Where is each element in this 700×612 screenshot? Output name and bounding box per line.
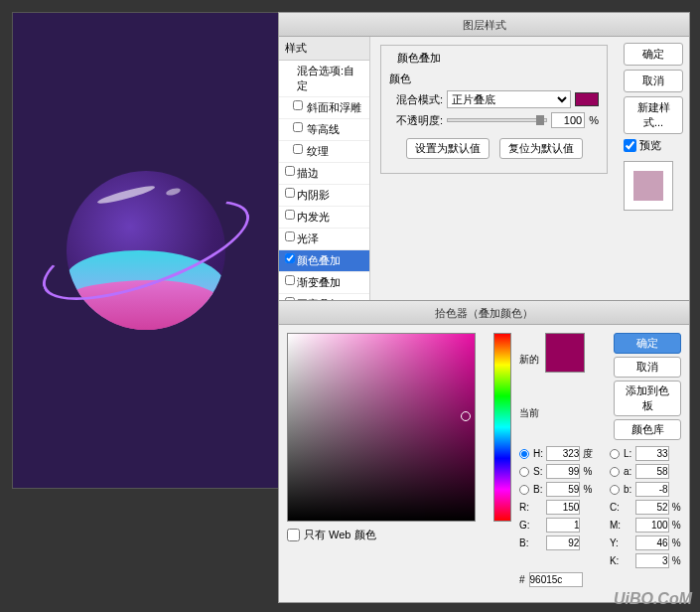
input-s[interactable] (546, 464, 580, 479)
planet-artwork (57, 161, 235, 340)
label-texture: 纹理 (307, 145, 329, 157)
input-a[interactable] (635, 464, 669, 479)
radio-l[interactable] (610, 449, 620, 459)
input-l[interactable] (635, 446, 669, 461)
blend-mode-select[interactable]: 正片叠底 (447, 90, 571, 108)
style-content-panel: 颜色叠加 颜色 混合模式: 正片叠底 不透明度: % 设置为默认值 复位为默认值 (370, 37, 618, 317)
style-item-color-overlay[interactable]: 颜色叠加 (279, 250, 369, 272)
input-b[interactable] (635, 482, 669, 497)
checkbox-gradient-overlay[interactable] (285, 275, 295, 285)
opacity-slider[interactable] (447, 118, 547, 122)
input-r[interactable] (546, 500, 580, 515)
web-only-checkbox[interactable] (287, 529, 300, 541)
overlay-color-swatch[interactable] (575, 92, 599, 106)
checkbox-color-overlay[interactable] (285, 253, 295, 263)
label-contour: 等高线 (307, 123, 340, 135)
style-item-texture[interactable]: 纹理 (279, 141, 369, 163)
color-preview (545, 333, 585, 373)
planet-highlight (96, 183, 156, 206)
checkbox-contour[interactable] (293, 122, 303, 132)
hex-input[interactable] (529, 572, 583, 587)
radio-s[interactable] (519, 467, 529, 477)
dialog-title[interactable]: 图层样式 (279, 13, 689, 37)
new-color-swatch[interactable] (546, 334, 584, 353)
opacity-label: 不透明度: (389, 113, 443, 128)
label-inner-shadow: 内阴影 (297, 189, 330, 201)
cp-ok-button[interactable]: 确定 (614, 333, 681, 354)
style-list: 样式 混合选项:自定 斜面和浮雕 等高线 纹理 描边 内阴影 内发光 光泽 颜色… (279, 37, 370, 317)
style-item-contour[interactable]: 等高线 (279, 119, 369, 141)
style-item-inner-glow[interactable]: 内发光 (279, 207, 369, 229)
reset-default-button[interactable]: 复位为默认值 (499, 138, 583, 159)
input-bb[interactable] (546, 482, 580, 497)
radio-b[interactable] (610, 485, 620, 495)
label-stroke: 描边 (297, 167, 319, 179)
dialog-sidebar: 确定 取消 新建样式... 预览 (618, 37, 689, 317)
checkbox-texture[interactable] (293, 144, 303, 154)
color-picker-dialog: 拾色器（叠加颜色） 只有 Web 颜色 新的 当前 (278, 300, 690, 603)
input-bv[interactable] (546, 536, 580, 550)
input-g[interactable] (546, 518, 580, 533)
input-k[interactable] (635, 553, 669, 568)
add-swatch-button[interactable]: 添加到色板 (614, 381, 681, 416)
radio-a[interactable] (610, 467, 620, 477)
checkbox-inner-glow[interactable] (285, 210, 295, 220)
opacity-input[interactable] (551, 112, 585, 128)
color-field-cursor[interactable] (461, 411, 471, 421)
style-item-bevel[interactable]: 斜面和浮雕 (279, 97, 369, 119)
cancel-button[interactable]: 取消 (624, 70, 683, 92)
preview-label: 预览 (639, 138, 661, 153)
color-field[interactable] (287, 333, 476, 522)
current-color-label: 当前 (519, 406, 539, 420)
preview-swatch (633, 171, 663, 201)
checkbox-inner-shadow[interactable] (285, 188, 295, 198)
checkbox-bevel[interactable] (293, 100, 303, 110)
color-lib-button[interactable]: 颜色库 (614, 419, 681, 440)
cp-cancel-button[interactable]: 取消 (614, 357, 681, 378)
new-color-label: 新的 (519, 353, 539, 367)
hue-slider[interactable] (493, 333, 511, 522)
current-color-swatch[interactable] (546, 353, 584, 372)
group-title: 颜色叠加 (393, 51, 445, 66)
label-gradient-overlay: 渐变叠加 (297, 276, 341, 288)
web-only-label: 只有 Web 颜色 (304, 528, 376, 542)
radio-bb[interactable] (519, 485, 529, 495)
make-default-button[interactable]: 设置为默认值 (406, 138, 490, 159)
input-h[interactable] (546, 446, 580, 461)
new-style-button[interactable]: 新建样式... (624, 96, 683, 134)
color-picker-title[interactable]: 拾色器（叠加颜色） (279, 301, 689, 325)
watermark: UiBO.CoM (614, 590, 692, 608)
style-item-satin[interactable]: 光泽 (279, 229, 369, 250)
label-inner-glow: 内发光 (297, 211, 330, 223)
label-bevel: 斜面和浮雕 (307, 101, 361, 113)
preview-checkbox[interactable] (624, 139, 636, 152)
ok-button[interactable]: 确定 (624, 43, 683, 66)
blending-options-item[interactable]: 混合选项:自定 (279, 61, 369, 97)
layer-style-dialog: 图层样式 样式 混合选项:自定 斜面和浮雕 等高线 纹理 描边 内阴影 内发光 … (278, 12, 690, 318)
style-list-header[interactable]: 样式 (279, 37, 369, 61)
input-c[interactable] (635, 500, 669, 515)
style-item-inner-shadow[interactable]: 内阴影 (279, 185, 369, 207)
color-section-label: 颜色 (389, 72, 599, 86)
label-color-overlay: 颜色叠加 (297, 254, 341, 266)
canvas-document[interactable] (12, 12, 280, 489)
input-y[interactable] (635, 536, 669, 550)
label-satin: 光泽 (297, 232, 319, 244)
style-item-stroke[interactable]: 描边 (279, 163, 369, 185)
radio-h[interactable] (519, 449, 529, 459)
blend-mode-label: 混合模式: (389, 92, 443, 107)
preview-box (624, 161, 673, 211)
hex-label: # (519, 574, 525, 585)
style-item-gradient-overlay[interactable]: 渐变叠加 (279, 272, 369, 294)
planet-highlight-small (165, 187, 181, 197)
checkbox-stroke[interactable] (285, 166, 295, 176)
input-m[interactable] (635, 518, 669, 533)
checkbox-satin[interactable] (285, 231, 295, 241)
slider-thumb[interactable] (536, 115, 544, 125)
percent-label: % (589, 114, 599, 126)
